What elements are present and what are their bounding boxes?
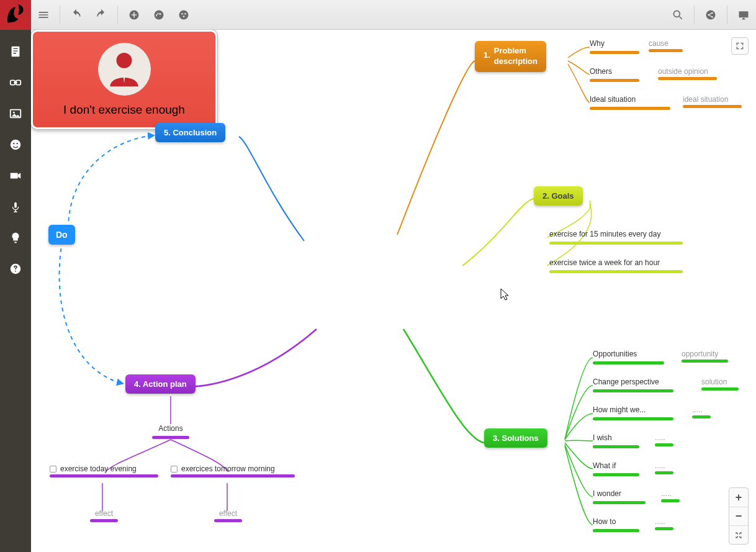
present-icon[interactable]	[731, 0, 756, 30]
audio-icon[interactable]	[0, 191, 31, 222]
leaf-sol-4-sub[interactable]: .....	[655, 461, 673, 474]
top-toolbar	[0, 0, 756, 30]
node-problem[interactable]: 1. Problemdescription	[475, 41, 546, 72]
svg-point-19	[17, 143, 18, 144]
mindmap-canvas[interactable]: I don't exercise enough Do 5. Conclusion…	[31, 30, 756, 552]
svg-point-7	[706, 10, 716, 19]
zoom-out-button[interactable]: −	[729, 507, 748, 525]
emoji-icon[interactable]	[0, 129, 31, 160]
svg-point-18	[13, 143, 14, 144]
leaf-actions[interactable]: Actions	[152, 424, 189, 439]
leaf-ideal[interactable]: Ideal situation	[590, 95, 670, 110]
video-icon[interactable]	[0, 160, 31, 191]
svg-point-16	[13, 112, 15, 114]
svg-rect-24	[122, 70, 127, 73]
fullscreen-icon[interactable]	[731, 37, 749, 55]
node-goals[interactable]: 2. Goals	[534, 186, 583, 206]
leaf-sol-2[interactable]: How might we...	[593, 405, 673, 420]
zoom-fit-button[interactable]	[729, 525, 748, 544]
leaf-sol-6[interactable]: How to	[593, 517, 639, 532]
image-icon[interactable]	[0, 98, 31, 129]
task-0[interactable]: exercise today evening	[50, 464, 158, 477]
svg-point-2	[179, 10, 189, 19]
leaf-why[interactable]: Why	[590, 39, 639, 54]
cursor-icon	[500, 287, 511, 303]
leaf-others[interactable]: Others	[590, 67, 639, 82]
leaf-sol-1-sub[interactable]: solution	[701, 378, 739, 391]
svg-rect-11	[739, 11, 749, 17]
attach-link-icon[interactable]	[0, 67, 31, 98]
redo-icon[interactable]	[89, 0, 114, 30]
leaf-why-sub[interactable]: cause	[649, 39, 683, 52]
task-1-effect[interactable]: effect	[214, 509, 242, 522]
zoom-controls: + −	[729, 487, 749, 545]
left-sidebar	[0, 30, 31, 552]
task-1[interactable]: exercices tomorrow morning	[171, 464, 295, 477]
leaf-sol-1[interactable]: Change perspective	[593, 378, 673, 392]
person-icon	[98, 43, 151, 96]
do-node[interactable]: Do	[48, 225, 75, 245]
style-icon[interactable]	[171, 0, 196, 30]
svg-rect-12	[12, 47, 20, 57]
leaf-others-sub[interactable]: outside opinion	[658, 67, 717, 80]
node-solutions[interactable]: 3. Solutions	[484, 428, 547, 448]
center-node[interactable]: I don't exercise enough	[31, 30, 217, 129]
leaf-sol-5-sub[interactable]: .....	[661, 489, 680, 502]
help-icon[interactable]	[0, 253, 31, 284]
leaf-sol-0-sub[interactable]: opportunity	[682, 350, 728, 363]
svg-point-23	[117, 53, 132, 68]
svg-point-3	[181, 13, 183, 14]
svg-point-5	[183, 16, 185, 17]
app-logo[interactable]	[0, 0, 31, 30]
leaf-sol-5[interactable]: I wonder	[593, 489, 646, 504]
leaf-sol-4[interactable]: What if	[593, 461, 639, 476]
leaf-goal-0[interactable]: exercise for 15 minutes every day	[549, 230, 683, 245]
leaf-sol-0[interactable]: Opportunities	[593, 350, 664, 364]
search-icon[interactable]	[665, 0, 690, 30]
checkbox-icon[interactable]	[50, 466, 56, 473]
center-title: I don't exercise enough	[63, 103, 185, 117]
leaf-goal-1[interactable]: exercise twice a week for an hour	[549, 258, 683, 273]
share-icon[interactable]	[698, 0, 723, 30]
leaf-sol-3-sub[interactable]: .....	[655, 433, 673, 446]
idea-icon[interactable]	[0, 222, 31, 253]
notes-icon[interactable]	[0, 36, 31, 67]
link-icon[interactable]	[146, 0, 171, 30]
checkbox-icon[interactable]	[171, 466, 178, 473]
leaf-sol-2-sub[interactable]: .....	[692, 405, 711, 419]
svg-rect-21	[14, 202, 17, 208]
svg-point-4	[184, 13, 186, 14]
node-action[interactable]: 4. Action plan	[125, 374, 196, 394]
undo-icon[interactable]	[64, 0, 89, 30]
node-conclusion[interactable]: 5. Conclusion	[155, 123, 225, 142]
menu-icon[interactable]	[31, 0, 56, 30]
zoom-in-button[interactable]: +	[729, 488, 748, 507]
svg-rect-20	[11, 173, 18, 178]
task-0-effect[interactable]: effect	[90, 509, 118, 522]
svg-point-17	[11, 140, 21, 150]
add-node-icon[interactable]	[122, 0, 146, 30]
svg-point-6	[673, 11, 680, 17]
leaf-ideal-sub[interactable]: ideal situation	[683, 95, 742, 108]
leaf-sol-3[interactable]: I wish	[593, 433, 639, 448]
leaf-sol-6-sub[interactable]: .....	[655, 517, 673, 530]
